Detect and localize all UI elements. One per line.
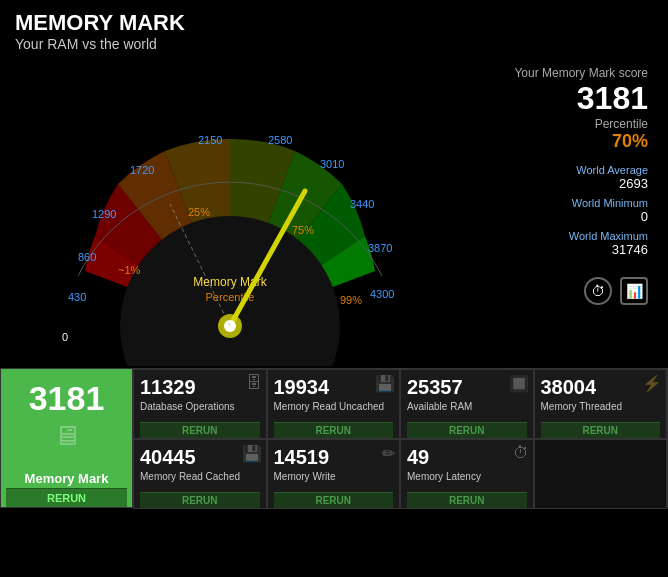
world-maximum-label: World Maximum (479, 230, 648, 242)
tile-mt-rerun[interactable]: RERUN (541, 422, 661, 438)
tile-mt-label: Memory Threaded (541, 401, 661, 422)
main-score-tile: 3181 🖥 Memory Mark RERUN (1, 369, 133, 507)
main-area: 0 430 860 1290 1720 2150 2580 3010 3440 … (0, 56, 668, 366)
gauge-label-1720: 1720 (130, 164, 154, 176)
score-value: 3181 (479, 80, 648, 117)
world-maximum-value: 31746 (479, 242, 648, 257)
tile-ml-value: 49 (407, 446, 527, 469)
tile-ml-label: Memory Latency (407, 471, 527, 492)
tile-ar-label: Available RAM (407, 401, 527, 422)
gauge-pct-99: 99% (340, 294, 362, 306)
gauge-label-3870: 3870 (368, 242, 392, 254)
tile-mrc-rerun[interactable]: RERUN (140, 492, 260, 508)
page-title: MEMORY MARK (15, 10, 653, 36)
tile-ml-rerun[interactable]: RERUN (407, 492, 527, 508)
world-minimum-label: World Minimum (479, 197, 648, 209)
gauge-pct-25: 25% (188, 206, 210, 218)
tile-mw-label: Memory Write (274, 471, 394, 492)
bottom-tiles: 3181 🖥 Memory Mark RERUN 11329 Database … (0, 368, 668, 508)
timer-icon[interactable]: ⏱ (584, 277, 612, 305)
gauge-label-0: 0 (62, 331, 68, 343)
tile-mw-rerun[interactable]: RERUN (274, 492, 394, 508)
your-score-label: Your Memory Mark score (479, 66, 648, 80)
tile-db-value: 11329 (140, 376, 260, 399)
tile-grid: 11329 Database Operations 🗄 RERUN 19934 … (133, 369, 667, 507)
gauge-label-860: 860 (78, 251, 96, 263)
world-minimum-value: 0 (479, 209, 648, 224)
tile-memory-write: 14519 Memory Write ✏ RERUN (267, 439, 401, 509)
gauge-pct-75: 75% (292, 224, 314, 236)
percentile-value: 70% (479, 131, 648, 152)
tile-mru-rerun[interactable]: RERUN (274, 422, 394, 438)
world-average-label: World Average (479, 164, 648, 176)
gauge-label-3440: 3440 (350, 198, 374, 210)
tile-db-label: Database Operations (140, 401, 260, 422)
header: MEMORY MARK Your RAM vs the world (0, 0, 668, 56)
gauge-pct-1: ~1% (118, 264, 141, 276)
gauge-area: 0 430 860 1290 1720 2150 2580 3010 3440 … (10, 56, 469, 366)
tile-mw-value: 14519 (274, 446, 394, 469)
gauge-label-1290: 1290 (92, 208, 116, 220)
main-tile-label: Memory Mark (25, 471, 109, 486)
gauge-label-430: 430 (68, 291, 86, 303)
tile-mru-label: Memory Read Uncached (274, 401, 394, 422)
tile-memory-threaded: 38004 Memory Threaded ⚡ RERUN (534, 369, 668, 439)
tile-ar-rerun[interactable]: RERUN (407, 422, 527, 438)
gauge-label-4300: 4300 (370, 288, 394, 300)
main-score-value: 3181 (29, 379, 105, 418)
page-subtitle: Your RAM vs the world (15, 36, 653, 52)
tile-available-ram: 25357 Available RAM 🔲 RERUN (400, 369, 534, 439)
world-average-value: 2693 (479, 176, 648, 191)
right-panel: Your Memory Mark score 3181 Percentile 7… (469, 56, 658, 366)
tile-memory-read-cached: 40445 Memory Read Cached 💾 RERUN (133, 439, 267, 509)
chart-icon[interactable]: 📊 (620, 277, 648, 305)
gauge-label-3010: 3010 (320, 158, 344, 170)
tile-empty (534, 439, 668, 509)
tile-database-operations: 11329 Database Operations 🗄 RERUN (133, 369, 267, 439)
gauge-label-2150: 2150 (198, 134, 222, 146)
tile-mrc-label: Memory Read Cached (140, 471, 260, 492)
tile-db-rerun[interactable]: RERUN (140, 422, 260, 438)
tile-memory-latency: 49 Memory Latency ⏱ RERUN (400, 439, 534, 509)
percentile-label: Percentile (479, 117, 648, 131)
gauge-label-2580: 2580 (268, 134, 292, 146)
main-rerun-button[interactable]: RERUN (6, 488, 127, 507)
tile-memory-read-uncached: 19934 Memory Read Uncached 💾 RERUN (267, 369, 401, 439)
